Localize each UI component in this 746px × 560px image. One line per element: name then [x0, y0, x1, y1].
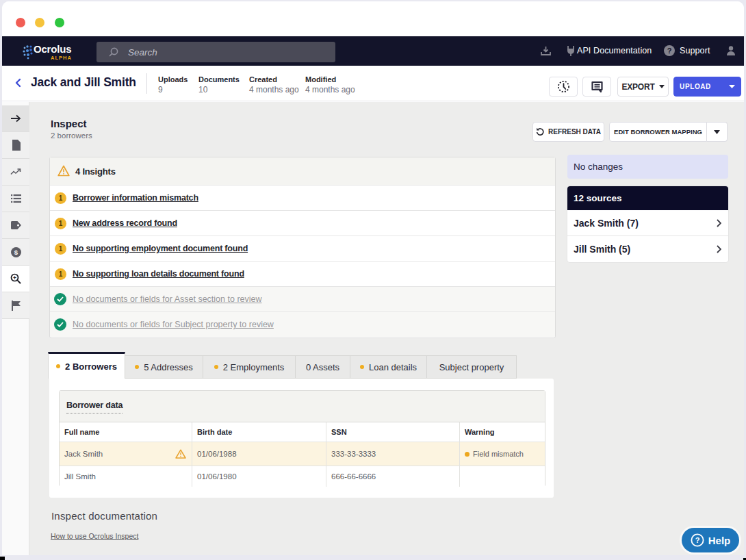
svg-text:?: ?	[695, 536, 699, 544]
svg-text:+: +	[13, 275, 16, 281]
svg-text:?: ?	[667, 47, 672, 55]
svg-text:$: $	[14, 249, 18, 256]
